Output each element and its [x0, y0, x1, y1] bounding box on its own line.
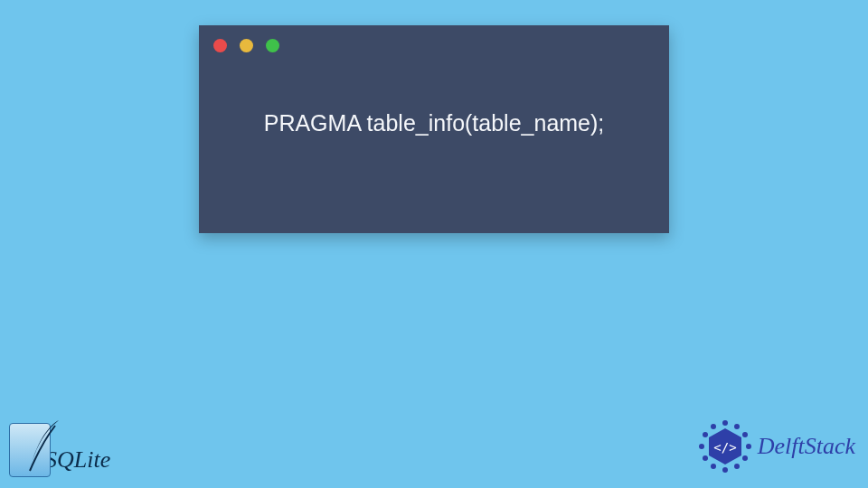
svg-point-9 — [699, 444, 704, 449]
window-titlebar — [199, 25, 669, 65]
svg-point-5 — [734, 464, 740, 469]
feather-icon — [24, 418, 62, 474]
svg-point-1 — [734, 424, 740, 429]
code-window: PRAGMA table_info(table_name); — [199, 25, 669, 233]
code-content: PRAGMA table_info(table_name); — [199, 65, 669, 136]
sqlite-box-icon — [9, 423, 51, 477]
svg-point-11 — [711, 424, 716, 429]
svg-point-3 — [746, 444, 751, 449]
svg-point-2 — [742, 432, 748, 437]
delftstack-label: DelftStack — [758, 433, 855, 460]
delftstack-badge-icon: </> — [696, 418, 754, 475]
svg-point-4 — [742, 455, 748, 461]
svg-point-6 — [722, 467, 728, 473]
svg-point-8 — [703, 455, 708, 461]
code-line: PRAGMA table_info(table_name); — [264, 110, 605, 136]
svg-point-0 — [722, 420, 728, 426]
svg-point-10 — [703, 432, 708, 437]
minimize-icon — [240, 39, 253, 52]
svg-text:</>: </> — [713, 440, 736, 455]
maximize-icon — [266, 39, 279, 52]
delftstack-logo: </> DelftStack — [696, 418, 855, 475]
sqlite-logo: SQLite — [9, 423, 110, 477]
close-icon — [213, 39, 227, 52]
svg-point-7 — [711, 464, 716, 469]
